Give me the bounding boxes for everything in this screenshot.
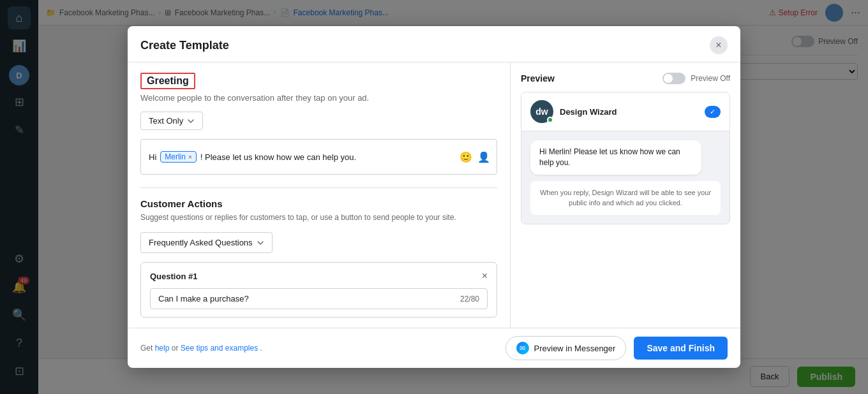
messenger-body: Hi Merlin! Please let us know how we can… [521, 131, 730, 224]
customer-actions-subtitle: Suggest questions or replies for custome… [140, 212, 497, 223]
dropdown-chevron-icon [187, 117, 195, 125]
message-icons: 🙂 👤 [460, 151, 490, 163]
faq-type-dropdown[interactable]: Frequently Asked Questions [140, 232, 273, 253]
footer-get-text: Get [140, 344, 155, 353]
tips-link[interactable]: See tips and examples [181, 344, 258, 353]
modal-body: Greeting Welcome people to the conversat… [128, 62, 740, 328]
question-close-button[interactable]: × [482, 270, 488, 282]
footer-actions: ✉ Preview in Messenger Save and Finish [505, 336, 728, 360]
message-bubble: Hi Merlin! Please let us know how we can… [530, 140, 701, 175]
footer-period: . [260, 344, 262, 353]
person-icon[interactable]: 👤 [477, 151, 490, 163]
preview-header: Preview Preview Off [521, 73, 730, 84]
preview-off-toggle[interactable] [662, 73, 685, 84]
save-and-finish-button[interactable]: Save and Finish [634, 337, 728, 360]
messenger-name: Design Wizard [560, 107, 617, 117]
modal-title: Create Template [140, 39, 229, 52]
online-indicator [547, 117, 553, 123]
modal-right-panel: Preview Preview Off dw Design Wizard ✓ [511, 62, 740, 328]
messenger-preview-icon: ✉ [516, 342, 529, 354]
messenger-preview-header: dw Design Wizard ✓ [521, 92, 730, 131]
greeting-subtitle: Welcome people to the conversation after… [140, 93, 497, 103]
faq-dropdown-chevron-icon [257, 239, 264, 247]
emoji-icon[interactable]: 🙂 [460, 151, 472, 163]
modal-close-button[interactable]: × [710, 36, 728, 54]
messenger-preview: dw Design Wizard ✓ Hi Merlin! Please let… [521, 92, 730, 224]
checkmark-icon: ✓ [710, 108, 715, 116]
preview-title: Preview [521, 73, 555, 84]
question-card-1: Question #1 × Can I make a purchase? 22/… [140, 262, 497, 317]
message-suffix: ! Please let us know how we can help you… [200, 152, 356, 162]
mention-tag: Merlin × [160, 151, 197, 163]
greeting-title: Greeting [140, 73, 195, 89]
question-input-row: Can I make a purchase? 22/80 [150, 288, 488, 309]
modal-header: Create Template × [128, 26, 740, 62]
privacy-note: When you reply, Design Wizard will be ab… [530, 181, 721, 215]
messenger-verified-badge: ✓ [705, 106, 721, 118]
modal-left-panel: Greeting Welcome people to the conversat… [128, 62, 511, 328]
mention-remove-button[interactable]: × [188, 154, 192, 161]
messenger-avatar: dw [530, 100, 553, 123]
help-link[interactable]: help [155, 344, 170, 353]
text-format-dropdown[interactable]: Text Only [140, 112, 203, 130]
question-label: Question #1 [150, 272, 197, 281]
create-template-modal: Create Template × Greeting Welcome peopl… [128, 26, 740, 368]
preview-messenger-label: Preview in Messenger [534, 344, 616, 353]
question-value[interactable]: Can I make a purchase? [158, 294, 460, 303]
text-format-label: Text Only [149, 116, 183, 126]
mention-name: Merlin [165, 152, 186, 161]
faq-type-label: Frequently Asked Questions [149, 238, 253, 247]
section-divider [140, 187, 497, 188]
message-input-area[interactable]: Hi Merlin × ! Please let us know how we … [140, 139, 497, 175]
preview-in-messenger-button[interactable]: ✉ Preview in Messenger [505, 336, 627, 360]
message-prefix: Hi [149, 152, 156, 162]
footer-or-text: or [172, 344, 181, 353]
preview-toggle-container: Preview Off [662, 73, 730, 84]
preview-toggle-label: Preview Off [691, 74, 730, 83]
modal-footer: Get help or See tips and examples . ✉ Pr… [128, 328, 740, 368]
question-char-count: 22/80 [460, 295, 479, 303]
customer-actions-title: Customer Actions [140, 198, 497, 209]
question-card-header: Question #1 × [150, 270, 488, 282]
footer-help-text: Get help or See tips and examples . [140, 344, 262, 353]
